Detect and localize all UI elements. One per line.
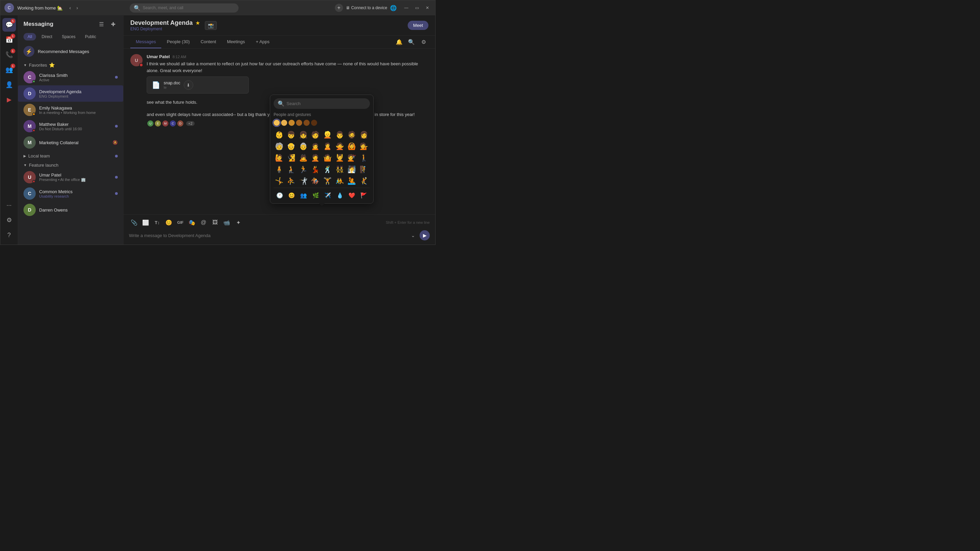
tab-all[interactable]: All [24,33,36,40]
attach-button[interactable]: 📎 [129,218,139,227]
conversation-item-matthew[interactable]: M Matthew Baker Do Not Disturb until 16:… [18,118,123,134]
emoji-cell[interactable]: 🤼 [334,176,345,186]
recommended-messages-item[interactable]: ⚡ Recommended Messages [18,43,123,60]
emoji-cell[interactable]: 🚶 [358,152,369,163]
emoji-cell[interactable]: 🤽 [347,176,357,186]
sidebar-item-contacts[interactable]: 👤 [2,78,16,92]
search-bar[interactable]: 🔍 [130,3,239,13]
connect-button[interactable]: 🖥 Connect to a device [346,5,387,10]
emoji-cell[interactable]: 🙋 [274,152,285,163]
filter-icon-btn[interactable]: ☰ [97,19,106,29]
emoji-cell[interactable]: 👨 [334,129,345,140]
emoji-cell[interactable]: 🏋 [322,176,333,186]
emoji-cell[interactable]: 👴 [286,141,297,152]
close-button[interactable]: ✕ [424,5,431,11]
add-button[interactable]: + [335,4,343,12]
emoji-cat-travel[interactable]: ✈️ [323,191,332,200]
emoji-cat-flag[interactable]: 🚩 [359,191,369,200]
format-button[interactable]: T↕ [152,218,162,227]
emoji-cell[interactable]: 👵 [298,141,309,152]
user-avatar[interactable]: C [5,3,14,13]
emoji-search-input[interactable] [286,101,366,106]
emoji-cell[interactable]: 👶 [274,129,285,140]
emoji-cell[interactable]: 🏃 [298,164,309,175]
emoji-cell[interactable]: 🙅 [334,141,345,152]
emoji-cell[interactable]: 🏇 [310,176,321,186]
emoji-cat-objects[interactable]: 💧 [335,191,345,200]
emoji-cell[interactable]: 💇 [347,152,357,163]
emoji-cell[interactable]: 💆 [334,152,345,163]
emoji-cell[interactable]: 🧏 [286,152,297,163]
skin-tone-1[interactable] [274,120,280,126]
emoji-button[interactable]: 😊 [164,218,174,227]
emoji-cell[interactable]: 🕺 [322,164,333,175]
emoji-cell[interactable]: 👯 [334,164,345,175]
emoji-cell[interactable]: 🤺 [298,176,309,186]
emoji-cell[interactable]: 👧 [298,129,309,140]
tab-public[interactable]: Public [81,33,100,40]
conversation-item-marketing[interactable]: M Marketing Collateral 🔕 [18,134,123,151]
whiteboard-button[interactable]: ⬜ [140,218,151,227]
emoji-cell[interactable]: 🙎 [322,141,333,152]
emoji-cell[interactable]: 🙇 [298,152,309,163]
expand-button[interactable]: ⌄ [408,230,418,240]
emoji-cell[interactable]: 👦 [286,129,297,140]
tab-people[interactable]: People (30) [161,36,195,48]
emoji-cell[interactable]: 🧗 [358,164,369,175]
sidebar-item-more[interactable]: ··· [2,198,16,212]
favorites-section-header[interactable]: ▼ Favorites ⭐ [18,60,123,69]
emoji-cell[interactable]: 🧍 [274,164,285,175]
emoji-cell[interactable]: 🧔 [347,129,357,140]
emoji-cat-people[interactable]: 👥 [299,191,308,200]
gif-button[interactable]: GIF [175,218,185,227]
skin-tone-3[interactable] [288,120,295,126]
emoji-cat-heart[interactable]: ❤️ [347,191,356,200]
screen-button[interactable]: 📹 [221,218,232,227]
meet-button[interactable]: Meet [408,21,428,30]
emoji-cat-smiley[interactable]: 😊 [287,191,296,200]
emoji-cell[interactable]: 🤾 [358,176,369,186]
emoji-cell[interactable]: 🧓 [274,141,285,152]
send-button[interactable]: ▶ [420,230,430,240]
emoji-cell[interactable]: 🤸 [274,176,285,186]
activity-icon-btn[interactable]: 🔔 [395,37,404,47]
emoji-cat-recent[interactable]: 🕐 [275,191,285,200]
image-button[interactable]: 🖼 [210,218,220,227]
feature-launch-header[interactable]: ▼ Feature launch [18,160,123,169]
tab-direct[interactable]: Direct [37,33,56,40]
maximize-button[interactable]: ▭ [413,5,421,11]
skin-tone-5[interactable] [304,120,310,126]
download-button[interactable]: ⬇ [184,80,193,90]
sidebar-item-people[interactable]: 👥 1 [2,63,16,76]
emoji-search-bar[interactable]: 🔍 [274,98,370,109]
sidebar-item-chat[interactable]: 💬 5 [2,18,16,32]
search-input[interactable] [143,5,234,10]
nav-back-button[interactable]: ‹ [67,5,73,11]
conversation-item-darren[interactable]: D Darren Owens [18,202,123,218]
emoji-cell[interactable]: 🙍 [310,141,321,152]
emoji-cell[interactable]: 🙆 [347,141,357,152]
tab-apps[interactable]: + Apps [250,36,275,48]
more-compose-button[interactable]: ✦ [233,218,243,227]
sidebar-item-apps[interactable]: ▶ [2,93,16,106]
conversation-item-umar[interactable]: U Umar Patel Presenting • At the office … [18,169,123,185]
emoji-cell[interactable]: 💃 [310,164,321,175]
emoji-cell[interactable]: 🧑 [310,129,321,140]
emoji-cat-nature[interactable]: 🌿 [311,191,321,200]
emoji-cell[interactable]: 👩 [358,129,369,140]
settings-icon-btn[interactable]: ⚙ [419,37,428,47]
conversation-item-clarissa[interactable]: C Clarissa Smith Active [18,69,123,86]
skin-tone-4[interactable] [296,120,302,126]
sidebar-item-calendar[interactable]: 📅 1 [2,33,16,47]
emoji-cell[interactable]: ⛹ [286,176,297,186]
emoji-cell[interactable]: 💁 [358,141,369,152]
sidebar-item-calls[interactable]: 📞 1 [2,48,16,62]
conversation-item-dev-agenda[interactable]: D Development Agenda ENG Deployment [18,86,123,102]
emoji-cell[interactable]: 🧎 [286,164,297,175]
tab-spaces[interactable]: Spaces [58,33,80,40]
emoji-cell[interactable]: 🧖 [347,164,357,175]
skin-tone-2[interactable] [281,120,287,126]
emoji-cell[interactable]: 👱 [322,129,333,140]
emoji-cell[interactable]: 🤦 [310,152,321,163]
snapshot-button[interactable]: 📸 [205,21,217,30]
